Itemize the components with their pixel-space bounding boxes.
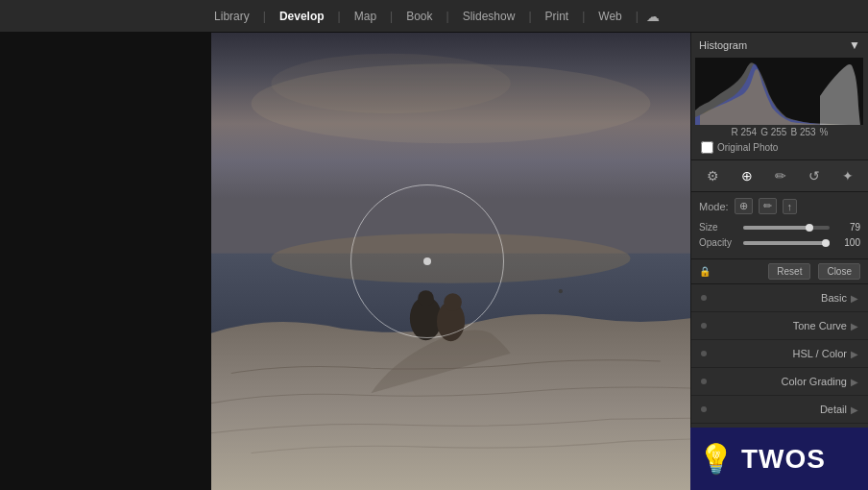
panel-item-tone-curve[interactable]: Tone Curve ▶ bbox=[691, 312, 868, 340]
size-slider-fill bbox=[743, 226, 811, 230]
nav-sep-1: | bbox=[263, 10, 266, 23]
size-label: Size bbox=[699, 222, 739, 233]
watermark-text: TWOS bbox=[741, 444, 826, 475]
watermark-icon: 💡 bbox=[698, 442, 734, 476]
rgb-values: R 254 G 255 B 253 % bbox=[695, 125, 864, 139]
radial-tool-icon[interactable]: ✦ bbox=[838, 166, 857, 185]
panel-arrow-detail: ▶ bbox=[851, 404, 858, 415]
nav-sep-3: | bbox=[390, 10, 393, 23]
mode-sliders-section: Mode: ⊕ ✏ ↑ Size 79 Opacity bbox=[691, 192, 868, 259]
histogram-canvas bbox=[695, 58, 863, 125]
size-value: 79 bbox=[833, 222, 860, 233]
mode-option-button[interactable]: ↑ bbox=[783, 199, 798, 214]
panel-dot bbox=[701, 379, 707, 384]
b-value: B 253 bbox=[790, 127, 815, 137]
nav-print[interactable]: Print bbox=[540, 6, 575, 27]
histogram-section: Histogram ▼ R 254 G bbox=[691, 33, 868, 160]
size-slider-track[interactable] bbox=[743, 226, 830, 230]
svg-point-4 bbox=[271, 233, 630, 283]
close-button[interactable]: Close bbox=[818, 263, 860, 280]
histogram-menu-icon[interactable]: ▼ bbox=[849, 38, 860, 52]
panel-dot bbox=[701, 323, 707, 329]
brush-tool-icon[interactable]: ✏ bbox=[771, 166, 790, 185]
panel-dot bbox=[701, 406, 707, 412]
svg-point-2 bbox=[271, 54, 511, 113]
mode-clone-button[interactable]: ✏ bbox=[759, 198, 777, 214]
panel-label-detail: Detail bbox=[714, 404, 847, 415]
panel-label-basic: Basic bbox=[714, 292, 847, 304]
top-navigation: Library | Develop | Map | Book | Slidesh… bbox=[0, 0, 868, 33]
opacity-slider-track[interactable] bbox=[743, 241, 830, 245]
tool-toolbar: ⚙ ⊕ ✏ ↺ ✦ bbox=[691, 160, 868, 192]
cloud-icon[interactable]: ☁ bbox=[646, 9, 660, 24]
nav-library[interactable]: Library bbox=[208, 6, 255, 27]
original-photo-checkbox[interactable] bbox=[701, 141, 713, 154]
nav-sep-4: | bbox=[446, 10, 449, 23]
nav-book[interactable]: Book bbox=[400, 6, 438, 27]
panel-item-detail[interactable]: Detail ▶ bbox=[691, 396, 868, 424]
panel-label-hsl-color: HSL / Color bbox=[714, 348, 847, 359]
nav-map[interactable]: Map bbox=[349, 6, 382, 27]
panel-item-hsl-color[interactable]: HSL / Color ▶ bbox=[691, 340, 868, 368]
nav-sep-7: | bbox=[636, 10, 639, 23]
photo-scene bbox=[211, 33, 690, 490]
original-photo-checkbox-row[interactable]: Original Photo bbox=[695, 139, 864, 156]
opacity-slider-fill bbox=[743, 241, 830, 245]
opacity-label: Opacity bbox=[699, 237, 739, 248]
panel-dot bbox=[701, 295, 707, 301]
panel-arrow-tone-curve: ▶ bbox=[851, 321, 858, 331]
crop-tool-icon[interactable]: ⚙ bbox=[703, 166, 723, 185]
mode-row: Mode: ⊕ ✏ ↑ bbox=[699, 198, 860, 214]
mode-label: Mode: bbox=[699, 201, 729, 212]
original-photo-label: Original Photo bbox=[717, 142, 778, 153]
opacity-slider-thumb bbox=[822, 239, 830, 247]
g-value: G 255 bbox=[760, 127, 786, 137]
svg-point-8 bbox=[444, 293, 462, 311]
panel-dot bbox=[701, 351, 707, 356]
histogram-chart bbox=[695, 58, 863, 125]
opacity-slider-row: Opacity 100 bbox=[699, 237, 860, 248]
size-slider-thumb bbox=[806, 224, 813, 232]
nav-develop[interactable]: Develop bbox=[274, 6, 330, 27]
healing-tool-icon[interactable]: ⊕ bbox=[737, 166, 757, 185]
opacity-value: 100 bbox=[833, 237, 860, 248]
histogram-title: Histogram bbox=[699, 39, 747, 51]
center-photo-panel[interactable] bbox=[211, 33, 690, 490]
reset-button[interactable]: Reset bbox=[768, 263, 810, 280]
panel-arrow-basic: ▶ bbox=[851, 293, 858, 304]
left-filmstrip bbox=[0, 33, 211, 490]
percent-sign: % bbox=[820, 127, 829, 137]
r-value: R 254 bbox=[732, 127, 758, 137]
right-panel: Histogram ▼ R 254 G bbox=[690, 33, 868, 490]
panel-arrow-color-grading: ▶ bbox=[851, 377, 858, 387]
mode-heal-button[interactable]: ⊕ bbox=[735, 198, 753, 214]
watermark-overlay: 💡 TWOS bbox=[690, 428, 868, 490]
gradient-tool-icon[interactable]: ↺ bbox=[805, 166, 824, 185]
nav-sep-5: | bbox=[528, 10, 531, 23]
size-slider-row: Size 79 bbox=[699, 222, 860, 233]
panel-arrow-hsl-color: ▶ bbox=[851, 349, 858, 359]
nav-slideshow[interactable]: Slideshow bbox=[457, 6, 521, 27]
panel-item-color-grading[interactable]: Color Grading ▶ bbox=[691, 368, 868, 396]
nav-web[interactable]: Web bbox=[592, 6, 627, 27]
panel-item-basic[interactable]: Basic ▶ bbox=[691, 284, 868, 312]
nav-sep-2: | bbox=[338, 10, 341, 23]
panel-label-tone-curve: Tone Curve bbox=[714, 320, 847, 331]
nav-sep-6: | bbox=[582, 10, 585, 23]
lock-icon: 🔒 bbox=[699, 266, 711, 277]
svg-point-6 bbox=[418, 290, 434, 306]
svg-point-9 bbox=[559, 289, 563, 293]
histogram-header: Histogram ▼ bbox=[695, 37, 864, 54]
reset-close-bar: 🔒 Reset Close bbox=[691, 259, 868, 284]
main-layout: Histogram ▼ R 254 G bbox=[0, 33, 868, 490]
panel-label-color-grading: Color Grading bbox=[714, 376, 847, 387]
